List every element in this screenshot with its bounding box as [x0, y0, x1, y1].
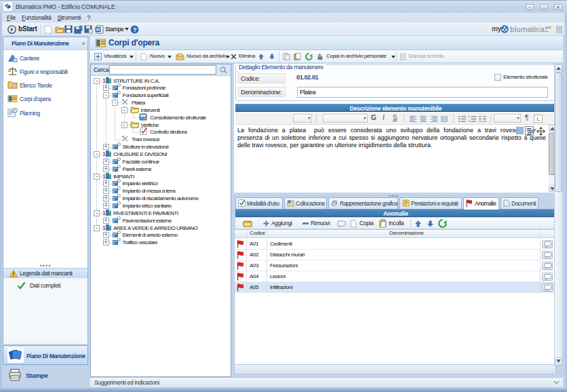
svg-text:1: 1 — [102, 224, 106, 231]
svg-text:1: 1 — [102, 210, 106, 216]
svg-text:1: 1 — [102, 77, 106, 84]
svg-text:1: 1 — [102, 173, 106, 180]
svg-text:1: 1 — [102, 151, 106, 157]
svg-text:?: ? — [133, 26, 136, 33]
